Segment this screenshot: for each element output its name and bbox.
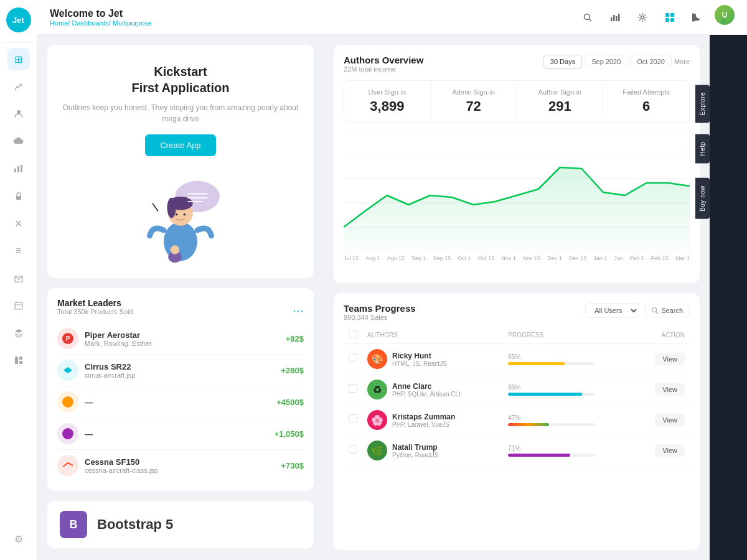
row-checkbox-3[interactable] — [349, 414, 357, 423]
svg-point-27 — [184, 213, 186, 216]
main-area: Welcome to Jet Home/ Dashboards/ Multipu… — [37, 0, 747, 560]
row-checkbox-4[interactable] — [349, 445, 357, 454]
authors-header: Authors Overview 22M total income 30 Day… — [344, 55, 690, 73]
row-progress-1: 65% — [503, 344, 636, 375]
sidebar-item-inbox[interactable] — [7, 267, 30, 289]
row-action-2: View — [636, 375, 690, 405]
market-item: — +4500$ — [57, 386, 304, 418]
all-users-select[interactable]: All Users — [585, 303, 639, 318]
search-icon[interactable] — [578, 7, 598, 27]
sidebar-item-calendar[interactable] — [7, 294, 30, 317]
sidebar-bottom: ⚙ — [7, 525, 30, 553]
teams-controls: All Users Search — [585, 303, 690, 318]
row-progress-2: 85% — [503, 375, 636, 405]
svg-rect-11 — [613, 15, 615, 21]
row-check-2 — [344, 375, 362, 405]
bootstrap-banner[interactable]: B Bootstrap 5 — [47, 501, 314, 548]
svg-point-36 — [62, 428, 73, 439]
market-item: P Piper Aerostar Mark, Rowling, Esther +… — [57, 323, 304, 355]
chart-svg — [344, 130, 690, 251]
sidebar-item-close[interactable]: ✕ — [7, 212, 30, 235]
sidebar-item-users[interactable] — [7, 103, 30, 125]
svg-rect-10 — [611, 17, 613, 21]
row-progress-3: 47% — [503, 405, 636, 436]
teams-table: AUTHORS PROGRESS ACTION — [344, 326, 690, 466]
sidebar: Jet ⊞ ✕ ≡ ⚙ — [0, 0, 37, 560]
svg-point-43 — [652, 308, 657, 312]
market-item: Cirrus SR22 cirrus-aircraft.jsp +280$ — [57, 355, 304, 386]
period-tab-oct2020[interactable]: Oct 2020 — [630, 55, 672, 68]
right-panel: Authors Overview 22M total income 30 Day… — [324, 35, 710, 560]
row-checkbox-2[interactable] — [349, 384, 357, 393]
svg-rect-7 — [19, 357, 22, 360]
market-item: Cessna SF150 cessna-aircraft-class.jsp +… — [57, 450, 304, 481]
create-app-button[interactable]: Create App — [145, 134, 215, 156]
content-area: KickstartFirst Application Outlines keep… — [37, 35, 747, 560]
market-info-piper: Piper Aerostar Mark, Rowling, Esther — [85, 330, 286, 347]
row-author-4: 🌿 Natali Trump Python, ReactJS — [362, 436, 503, 466]
svg-rect-4 — [16, 196, 21, 200]
svg-rect-17 — [665, 18, 669, 22]
view-button-ricky[interactable]: View — [655, 353, 685, 365]
market-options[interactable]: ⋯ — [293, 304, 304, 317]
market-subtitle: Total 350k Products Sold — [57, 308, 133, 315]
svg-point-26 — [176, 213, 178, 216]
svg-rect-5 — [15, 302, 22, 309]
kickstart-title: KickstartFirst Application — [131, 63, 229, 96]
col-progress-header: PROGRESS — [503, 326, 636, 344]
period-tabs: 30 Days Sep 2020 Oct 2020 More — [543, 55, 690, 68]
select-all-checkbox[interactable] — [349, 330, 357, 338]
chart-container: 42 39 36 33 30 27 — [344, 130, 690, 273]
view-button-natali[interactable]: View — [655, 444, 685, 457]
chart-area: Jul 15 Aug 1 Agu 15 Sep 1 Sep 15 Oct 1 O… — [344, 130, 690, 273]
avatar-container: U — [715, 5, 735, 30]
period-more[interactable]: More — [674, 58, 690, 65]
sidebar-item-list[interactable]: ≡ — [7, 240, 30, 262]
right-sidebar: Explore Help Buy now — [710, 35, 747, 560]
row-checkbox-1[interactable] — [349, 353, 357, 362]
chart-icon[interactable] — [605, 7, 625, 27]
sidebar-item-chart[interactable] — [7, 157, 30, 180]
view-button-kristaps[interactable]: View — [655, 414, 685, 426]
col-authors-header: AUTHORS — [362, 326, 503, 344]
svg-point-14 — [641, 16, 644, 19]
progress-fill-anne — [508, 393, 582, 396]
market-logo-piper: P — [57, 328, 78, 349]
period-tab-sep2020[interactable]: Sep 2020 — [585, 55, 627, 68]
view-button-anne[interactable]: View — [655, 383, 685, 396]
topbar: Welcome to Jet Home/ Dashboards/ Multipu… — [37, 0, 747, 35]
settings-icon[interactable] — [632, 7, 652, 27]
buy-now-tab[interactable]: Buy now — [695, 178, 710, 219]
row-action-1: View — [636, 344, 690, 375]
progress-fill-ricky — [508, 362, 565, 365]
help-tab[interactable]: Help — [695, 134, 710, 164]
svg-rect-3 — [21, 165, 22, 172]
sidebar-item-layers[interactable] — [7, 322, 30, 344]
row-author-1: 🎨 Ricky Hunt HTML, JS, ReactJS — [362, 344, 503, 375]
market-info-cirrus: Cirrus SR22 cirrus-aircraft.jsp — [85, 362, 281, 379]
topbar-title-area: Welcome to Jet Home/ Dashboards/ Multipu… — [50, 8, 578, 27]
sidebar-item-analytics[interactable] — [7, 75, 30, 98]
sidebar-item-cloud[interactable] — [7, 130, 30, 152]
sidebar-item-settings[interactable]: ⚙ — [7, 528, 30, 550]
chart-x-labels: Jul 15 Aug 1 Agu 15 Sep 1 Sep 15 Oct 1 O… — [344, 254, 690, 263]
market-header: Market Leaders Total 350k Products Sold … — [57, 298, 304, 323]
teams-search-box[interactable]: Search — [644, 304, 690, 317]
grid-icon[interactable] — [660, 7, 680, 27]
sidebar-item-layout[interactable] — [7, 349, 30, 371]
breadcrumb: Home/ Dashboards/ Multipurpose — [50, 19, 578, 27]
kickstart-illustration — [118, 166, 243, 266]
author-avatar-anne: ♻ — [367, 380, 387, 399]
period-tab-30days[interactable]: 30 Days — [543, 55, 582, 68]
app-logo[interactable]: Jet — [6, 7, 31, 32]
dark-mode-icon[interactable] — [687, 7, 707, 27]
svg-rect-18 — [670, 18, 674, 22]
market-logo-cessna — [57, 455, 78, 476]
stat-author-signin: Author Sign-in 291 — [517, 81, 604, 122]
stats-row: User Sign-in 3,899 Admin Sign-in 72 Auth… — [344, 80, 690, 123]
sidebar-item-lock[interactable] — [7, 185, 30, 207]
explore-tab[interactable]: Explore — [695, 85, 710, 123]
row-check-1 — [344, 344, 362, 375]
market-value-piper: +82$ — [286, 334, 304, 343]
sidebar-item-dashboard[interactable]: ⊞ — [7, 48, 30, 70]
